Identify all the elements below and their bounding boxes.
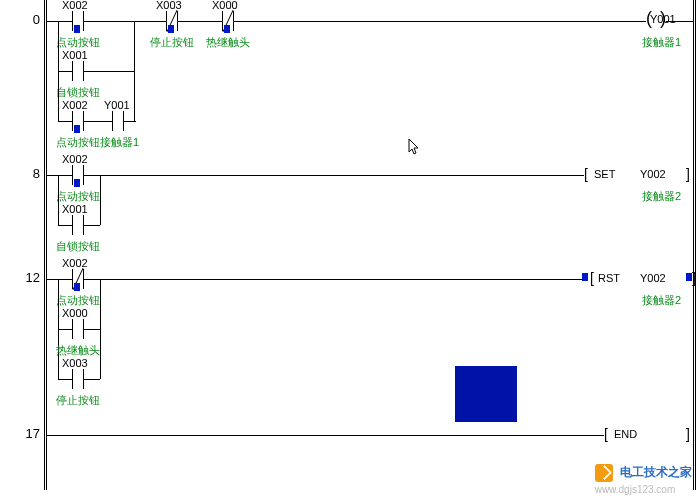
wire	[100, 279, 101, 379]
wire	[134, 21, 135, 121]
contact-label: 点动按钮	[56, 135, 100, 150]
contact-address: X000	[62, 307, 88, 319]
wire	[96, 71, 134, 72]
ladder-diagram: 0 X002 点动按钮 X003 停止按钮 X000 热继触头 Y001 接触器…	[0, 0, 700, 500]
status-tick-icon	[168, 25, 174, 33]
wire	[58, 329, 62, 330]
bracket-icon: ]	[686, 426, 690, 442]
wire	[96, 21, 154, 22]
bracket-icon: ]	[686, 166, 690, 182]
contact-address: X002	[62, 0, 88, 11]
status-tick-icon	[74, 125, 80, 133]
wire	[58, 225, 62, 226]
contact-address: X003	[156, 0, 182, 11]
function-rst: RST	[598, 272, 620, 284]
function-set: SET	[594, 168, 615, 180]
contact-no-x003-r12	[60, 369, 96, 389]
coil-address: Y001	[650, 13, 676, 25]
watermark-brand: 电工技术之家	[620, 465, 692, 479]
contact-label: 热继触头	[56, 343, 100, 358]
contact-label: 停止按钮	[56, 393, 100, 408]
rung-number: 0	[0, 12, 40, 27]
status-tick-icon	[582, 273, 588, 281]
bracket-icon: [	[584, 166, 588, 182]
right-rail-2	[695, 0, 696, 490]
wire	[246, 21, 646, 22]
contact-label: 热继触头	[206, 35, 250, 50]
coil-label: 接触器1	[642, 35, 681, 50]
selection-box	[455, 366, 517, 422]
wire	[58, 379, 62, 380]
bracket-icon: [	[604, 426, 608, 442]
right-rail	[693, 0, 694, 490]
contact-address: X000	[212, 0, 238, 11]
wire	[96, 379, 100, 380]
contact-label: 点动按钮	[56, 35, 100, 50]
left-rail	[44, 0, 45, 490]
contact-label: 接触器1	[100, 135, 139, 150]
rung-number: 12	[0, 270, 40, 285]
bracket-icon: [	[590, 270, 594, 286]
rung-number: 17	[0, 426, 40, 441]
contact-no-y001	[100, 111, 136, 131]
status-tick-icon	[74, 283, 80, 291]
contact-address: X001	[62, 203, 88, 215]
contact-label: 停止按钮	[150, 35, 194, 50]
status-tick-icon	[74, 25, 80, 33]
contact-address: X003	[62, 357, 88, 369]
coil-label: 接触器2	[642, 293, 681, 308]
watermark-icon	[595, 464, 613, 482]
watermark-url: www.dgjs123.com	[595, 484, 676, 495]
contact-label: 点动按钮	[56, 189, 100, 204]
wire	[58, 175, 59, 225]
rung-number: 8	[0, 166, 40, 181]
contact-address: X002	[62, 99, 88, 111]
wire	[58, 71, 59, 121]
wire	[666, 21, 694, 22]
wire	[96, 329, 100, 330]
contact-label: 点动按钮	[56, 293, 100, 308]
wire	[96, 175, 584, 176]
contact-address: Y001	[104, 99, 130, 111]
function-operand: Y002	[640, 168, 666, 180]
contact-label: 自锁按钮	[56, 239, 100, 254]
coil-label: 接触器2	[642, 189, 681, 204]
wire	[100, 175, 101, 225]
wire	[96, 225, 100, 226]
wire	[190, 21, 210, 22]
contact-no-x001-r8	[60, 215, 96, 235]
bracket-icon: ]	[692, 270, 696, 286]
contact-address: X001	[62, 49, 88, 61]
wire	[58, 121, 62, 122]
contact-no-x000-r12	[60, 319, 96, 339]
function-operand: Y002	[640, 272, 666, 284]
status-tick-icon	[74, 179, 80, 187]
contact-address: X002	[62, 257, 88, 269]
wire	[96, 279, 584, 280]
wire	[58, 21, 59, 71]
status-tick-icon	[224, 25, 230, 33]
watermark: 电工技术之家 www.dgjs123.com	[595, 464, 692, 496]
cursor-icon	[408, 138, 420, 156]
contact-label: 自锁按钮	[56, 85, 100, 100]
left-rail-2	[46, 0, 47, 490]
contact-no-x001	[60, 61, 96, 81]
contact-address: X002	[62, 153, 88, 165]
function-end: END	[614, 428, 637, 440]
wire	[46, 435, 604, 436]
